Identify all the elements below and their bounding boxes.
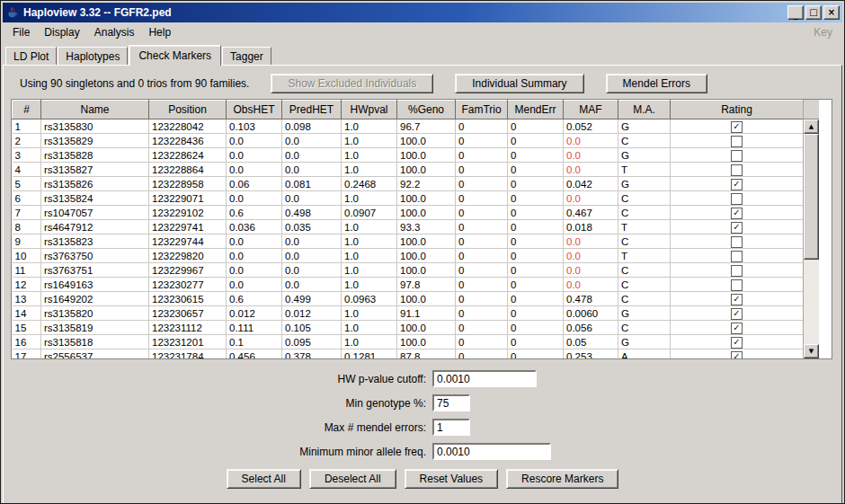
table-row[interactable]: 8rs46479121232297410.0360.0351.093.3000.… [13, 220, 804, 234]
rating-checkbox[interactable] [731, 136, 743, 147]
cell-num: 6 [13, 191, 41, 206]
table-row[interactable]: 15rs31358191232311120.1110.1051.0100.000… [13, 321, 804, 335]
column-header-maf[interactable]: MAF [564, 101, 618, 119]
hw-pvalue-cutoff-label: HW p-value cutoff: [4, 373, 432, 385]
menu-key[interactable]: Key [806, 24, 840, 40]
column-header-geno[interactable]: %Geno [397, 101, 456, 119]
rating-checkbox[interactable]: ✓ [731, 351, 743, 358]
column-header-position[interactable]: Position [149, 101, 227, 119]
rating-checkbox[interactable]: ✓ [731, 294, 743, 305]
individual-summary-button[interactable]: Individual Summary [455, 74, 583, 93]
rating-checkbox[interactable] [731, 193, 743, 205]
table-row[interactable]: 16rs31358181232312010.10.0951.0100.0000.… [13, 335, 804, 349]
rating-checkbox[interactable] [731, 279, 743, 291]
table-row[interactable]: 1rs31358301232280420.1030.0981.096.7000.… [13, 119, 804, 134]
maximize-button[interactable]: □ [805, 5, 822, 20]
rating-checkbox[interactable] [731, 236, 743, 248]
tab-haplotypes[interactable]: Haplotypes [58, 47, 128, 65]
menu-analysis[interactable]: Analysis [87, 24, 142, 40]
cell-maf: 0.467 [564, 206, 618, 220]
cell-rating: ✓ [671, 119, 804, 134]
table-row[interactable]: 6rs31358241232290710.00.01.0100.0000.0C [13, 191, 804, 206]
cell-position: 123229741 [149, 220, 227, 234]
rating-checkbox[interactable]: ✓ [731, 222, 743, 234]
menu-file[interactable]: File [5, 24, 37, 40]
cell-position: 123230615 [149, 292, 227, 306]
cell-obshet: 0.0 [227, 191, 282, 206]
rating-checkbox[interactable] [731, 251, 743, 262]
rescore-markers-button[interactable]: Rescore Markers [506, 469, 618, 489]
cell-obshet: 0.103 [227, 119, 282, 134]
tab-ld-plot[interactable]: LD Plot [5, 47, 57, 65]
max-mendel-errors-input[interactable] [432, 419, 470, 436]
table-row[interactable]: 4rs31358271232288640.00.01.0100.0000.0T [13, 163, 804, 177]
cell-position: 123231784 [149, 349, 227, 359]
rating-checkbox[interactable] [731, 265, 743, 277]
reset-values-button[interactable]: Reset Values [405, 469, 498, 489]
column-header-name[interactable]: Name [41, 101, 149, 119]
cell-num: 13 [13, 292, 41, 306]
column-header-rating[interactable]: Rating [671, 101, 804, 119]
table-row[interactable]: 2rs31358291232284360.00.01.0100.0000.0C [13, 134, 804, 148]
title-bar[interactable]: Haploview 3.32 -- FGFR2.ped _ □ × [3, 3, 842, 22]
cell-famtrio: 0 [456, 292, 508, 306]
table-row[interactable]: 10rs37637501232298200.00.01.0100.0000.0T [13, 249, 804, 263]
rating-checkbox[interactable]: ✓ [731, 323, 743, 334]
cell-menderr: 0 [508, 163, 564, 177]
min-genotype-input[interactable] [432, 394, 470, 411]
table-row[interactable]: 9rs31358231232297440.00.01.0100.0000.0C [13, 234, 804, 249]
table-row[interactable]: 7rs10470571232291020.60.4980.0907100.000… [13, 206, 804, 220]
column-header-obshet[interactable]: ObsHET [227, 101, 282, 119]
table-row[interactable]: 5rs31358261232289580.060.0810.246892.200… [13, 177, 804, 191]
hw-pvalue-cutoff-input[interactable] [432, 370, 537, 387]
rating-checkbox[interactable]: ✓ [731, 208, 743, 219]
menu-display[interactable]: Display [37, 24, 86, 40]
cell-ma: A [618, 349, 671, 359]
cell-obshet: 0.0 [227, 249, 282, 263]
column-header-[interactable]: # [13, 101, 41, 119]
minimize-button[interactable]: _ [787, 5, 804, 20]
cell-num: 11 [13, 263, 41, 278]
table-row[interactable]: 3rs31358281232286240.00.01.0100.0000.0G [13, 148, 804, 163]
table-row[interactable]: 13rs16492021232306150.60.4990.0963100.00… [13, 292, 804, 306]
rating-checkbox[interactable]: ✓ [731, 121, 743, 133]
min-minor-allele-freq-input[interactable] [432, 443, 551, 460]
check-markers-panel: Using 90 singletons and 0 trios from 90 … [3, 65, 842, 504]
rating-checkbox[interactable]: ✓ [731, 308, 743, 320]
cell-menderr: 0 [508, 148, 564, 163]
cell-position: 123228042 [149, 119, 227, 134]
cell-position: 123231201 [149, 335, 227, 349]
column-header-predhet[interactable]: PredHET [282, 101, 342, 119]
rating-checkbox[interactable] [731, 150, 743, 162]
deselect-all-button[interactable]: Deselect All [309, 469, 396, 489]
table-row[interactable]: 12rs16491631232302770.00.01.097.8000.0C [13, 278, 804, 292]
mendel-errors-button[interactable]: Mendel Errors [606, 74, 707, 93]
table-row[interactable]: 11rs37637511232299670.00.01.0100.0000.0C [13, 263, 804, 278]
close-button[interactable]: × [823, 5, 840, 20]
scrollbar-thumb[interactable] [804, 134, 819, 260]
scroll-up-button[interactable]: ▲ [804, 119, 819, 134]
table-row[interactable]: 17rs25565371232317840.4560.3780.128187.8… [13, 349, 804, 359]
cell-famtrio: 0 [456, 234, 508, 249]
cell-position: 123228436 [149, 134, 227, 148]
tab-check-markers[interactable]: Check Markers [129, 45, 221, 66]
column-header-famtrio[interactable]: FamTrio [456, 101, 508, 119]
rating-checkbox[interactable]: ✓ [731, 337, 743, 349]
cell-famtrio: 0 [456, 306, 508, 321]
menu-help[interactable]: Help [141, 24, 178, 40]
column-header-ma[interactable]: M.A. [618, 101, 671, 119]
cell-famtrio: 0 [456, 119, 508, 134]
rating-checkbox[interactable]: ✓ [731, 179, 743, 190]
cell-name: rs3763750 [41, 249, 149, 263]
column-header-hwpval[interactable]: HWpval [342, 101, 397, 119]
cell-hwpval: 0.2468 [342, 177, 397, 191]
vertical-scrollbar[interactable]: ▲ ▼ [803, 100, 819, 358]
table-row[interactable]: 14rs31358201232306570.0120.0121.091.1000… [13, 306, 804, 321]
select-all-button[interactable]: Select All [227, 469, 301, 489]
rating-checkbox[interactable] [731, 164, 743, 176]
cell-position: 123230657 [149, 306, 227, 321]
tab-tagger[interactable]: Tagger [222, 47, 271, 65]
scroll-down-button[interactable]: ▼ [804, 344, 819, 358]
scrollbar-track[interactable] [804, 134, 819, 344]
column-header-menderr[interactable]: MendErr [508, 101, 564, 119]
